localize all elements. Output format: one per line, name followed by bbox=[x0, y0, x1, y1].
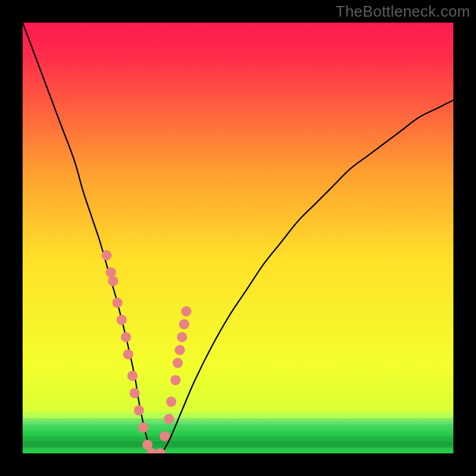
marker-point bbox=[108, 276, 118, 286]
svg-rect-1 bbox=[23, 418, 453, 424]
svg-rect-3 bbox=[23, 430, 453, 436]
marker-point bbox=[175, 345, 185, 355]
svg-rect-4 bbox=[23, 436, 453, 442]
marker-point bbox=[127, 371, 137, 381]
svg-rect-6 bbox=[23, 447, 453, 453]
marker-point bbox=[130, 388, 140, 398]
marker-point bbox=[106, 267, 116, 277]
marker-point bbox=[177, 332, 187, 342]
marker-point bbox=[112, 298, 123, 308]
plot-area bbox=[23, 23, 453, 453]
marker-point bbox=[166, 397, 176, 407]
chart-frame: TheBottleneck.com bbox=[0, 0, 476, 476]
marker-point bbox=[102, 250, 112, 260]
marker-point bbox=[173, 358, 183, 368]
watermark-text: TheBottleneck.com bbox=[336, 2, 470, 21]
marker-point bbox=[138, 422, 148, 433]
marker-point bbox=[179, 319, 189, 329]
marker-point bbox=[170, 375, 180, 385]
marker-point bbox=[121, 332, 131, 342]
marker-point bbox=[117, 315, 127, 325]
marker-point bbox=[123, 349, 133, 359]
chart-svg bbox=[23, 23, 453, 453]
gradient-background bbox=[23, 23, 453, 453]
green-band-stripes bbox=[23, 412, 453, 453]
marker-point bbox=[164, 414, 174, 424]
marker-point bbox=[134, 405, 144, 415]
marker-point bbox=[159, 431, 170, 441]
svg-rect-2 bbox=[23, 424, 453, 430]
marker-point bbox=[181, 306, 192, 316]
svg-rect-0 bbox=[23, 412, 453, 418]
svg-rect-5 bbox=[23, 441, 453, 447]
